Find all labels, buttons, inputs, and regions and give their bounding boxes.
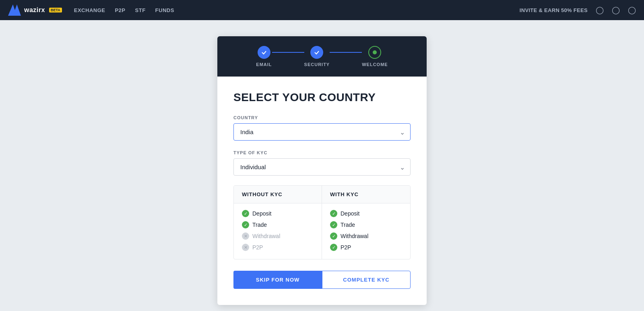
kyc-type-label: TYPE OF KYC xyxy=(233,150,411,155)
step-welcome-circle xyxy=(368,46,381,59)
logo-text: wazirx xyxy=(24,6,45,14)
nav-stf[interactable]: STF xyxy=(135,7,146,13)
kyc-type-select-wrapper: Individual Business ⌄ xyxy=(233,158,411,176)
checkmark-icon xyxy=(261,50,267,55)
step-email-label: EMAIL xyxy=(256,62,272,67)
step-security-circle xyxy=(310,46,323,59)
list-item: ✓ Trade xyxy=(330,221,402,228)
kyc-type-group: TYPE OF KYC Individual Business ⌄ xyxy=(233,150,411,176)
country-select-wrapper: India USA UK ⌄ xyxy=(233,123,411,141)
without-trade-label: Trade xyxy=(252,222,267,228)
step-security-label: SECURITY xyxy=(304,62,330,67)
check-icon: ✓ xyxy=(330,244,337,251)
check-icon: ✓ xyxy=(242,210,249,217)
without-deposit-label: Deposit xyxy=(252,210,271,217)
step-connector-2 xyxy=(330,52,362,53)
kyc-table-header: WITHOUT KYC WITH KYC xyxy=(234,186,410,203)
logo-icon xyxy=(8,4,21,16)
navbar-right: INVITE & EARN 50% FEES ◯ ◯ ◯ xyxy=(520,6,636,15)
step-welcome: WELCOME xyxy=(362,46,388,67)
step-security: SECURITY xyxy=(304,46,330,67)
with-trade-label: Trade xyxy=(341,222,355,228)
stepper-header: EMAIL SECURITY WELCOME xyxy=(217,36,427,77)
list-item: ✓ Deposit xyxy=(330,210,402,217)
with-kyc-column: ✓ Deposit ✓ Trade ✓ Withdrawal ✓ xyxy=(322,203,410,259)
cross-icon: ✕ xyxy=(242,232,249,240)
nav-p2p[interactable]: P2P xyxy=(115,7,125,13)
check-icon: ✓ xyxy=(330,210,337,217)
step-email-circle xyxy=(258,46,270,59)
help-icon[interactable]: ◯ xyxy=(628,6,636,15)
nav-links: EXCHANGE P2P STF FUNDS xyxy=(74,7,174,13)
active-dot xyxy=(373,50,377,54)
check-icon: ✓ xyxy=(330,232,337,240)
with-kyc-header: WITH KYC xyxy=(322,186,410,203)
invite-link[interactable]: INVITE & EARN 50% FEES xyxy=(520,7,588,13)
button-row: SKIP FOR NOW COMPLETE KYC xyxy=(233,271,411,289)
without-kyc-header: WITHOUT KYC xyxy=(234,186,322,203)
logo-beta: BETA xyxy=(49,8,62,12)
check-icon: ✓ xyxy=(330,221,337,228)
stepper: EMAIL SECURITY WELCOME xyxy=(256,46,388,67)
step-email: EMAIL xyxy=(256,46,272,67)
list-item: ✓ P2P xyxy=(330,244,402,251)
navbar: wazirx BETA EXCHANGE P2P STF FUNDS INVIT… xyxy=(0,0,644,20)
check-icon: ✓ xyxy=(242,221,249,228)
skip-button[interactable]: SKIP FOR NOW xyxy=(233,271,322,289)
kyc-type-select[interactable]: Individual Business xyxy=(233,158,411,176)
without-withdrawal-label: Withdrawal xyxy=(252,233,280,239)
nav-exchange[interactable]: EXCHANGE xyxy=(74,7,105,13)
step-connector-1 xyxy=(272,52,304,53)
with-p2p-label: P2P xyxy=(341,244,351,251)
page-content: EMAIL SECURITY WELCOME xyxy=(0,20,644,311)
with-deposit-label: Deposit xyxy=(341,210,359,217)
kyc-table-body: ✓ Deposit ✓ Trade ✕ Withdrawal ✕ xyxy=(234,203,410,259)
step-welcome-label: WELCOME xyxy=(362,62,388,67)
page-title: SELECT YOUR COUNTRY xyxy=(233,91,411,104)
list-item: ✓ Deposit xyxy=(242,210,314,217)
without-kyc-column: ✓ Deposit ✓ Trade ✕ Withdrawal ✕ xyxy=(234,203,322,259)
kyc-comparison-table: WITHOUT KYC WITH KYC ✓ Deposit ✓ Trade xyxy=(233,185,411,259)
country-label: COUNTRY xyxy=(233,115,411,120)
chart-icon[interactable]: ◯ xyxy=(612,6,620,15)
list-item: ✕ Withdrawal xyxy=(242,232,314,240)
country-group: COUNTRY India USA UK ⌄ xyxy=(233,115,411,141)
svg-marker-0 xyxy=(8,4,21,16)
list-item: ✓ Trade xyxy=(242,221,314,228)
without-p2p-label: P2P xyxy=(252,244,263,251)
user-icon[interactable]: ◯ xyxy=(596,6,604,15)
cross-icon: ✕ xyxy=(242,244,249,251)
logo[interactable]: wazirx BETA xyxy=(8,4,62,16)
main-card: EMAIL SECURITY WELCOME xyxy=(217,36,427,305)
checkmark-icon-2 xyxy=(314,50,320,55)
navbar-left: wazirx BETA EXCHANGE P2P STF FUNDS xyxy=(8,4,174,16)
list-item: ✕ P2P xyxy=(242,244,314,251)
complete-kyc-button[interactable]: COMPLETE KYC xyxy=(322,271,411,289)
list-item: ✓ Withdrawal xyxy=(330,232,402,240)
country-select[interactable]: India USA UK xyxy=(233,123,411,141)
with-withdrawal-label: Withdrawal xyxy=(341,233,368,239)
nav-funds[interactable]: FUNDS xyxy=(155,7,174,13)
card-body: SELECT YOUR COUNTRY COUNTRY India USA UK… xyxy=(217,77,427,305)
